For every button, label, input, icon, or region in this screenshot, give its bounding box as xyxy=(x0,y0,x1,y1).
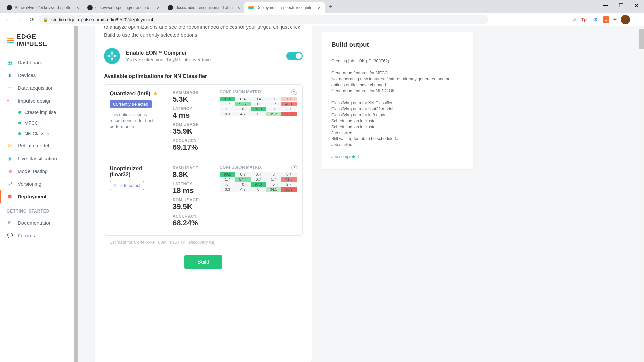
sidebar-item-label: Live classification xyxy=(18,156,57,161)
help-icon[interactable]: ? xyxy=(291,165,297,170)
close-icon[interactable]: × xyxy=(154,5,160,10)
sidebar-section-header: GETTING STARTED xyxy=(0,203,74,216)
tab-strip: ShawnHymel/ei-keyword-spotti × ei-keywor… xyxy=(3,2,335,13)
extension-tp-icon[interactable]: Tp xyxy=(580,16,588,24)
svg-point-0 xyxy=(111,55,113,57)
retrain-icon: ⟳ xyxy=(7,142,13,148)
maximize-button[interactable]: ☐ xyxy=(613,0,629,11)
close-icon[interactable]: × xyxy=(235,5,240,10)
star-icon[interactable]: ☆ xyxy=(572,16,577,23)
browser-tab-bar: ShawnHymel/ei-keyword-spotti × ei-keywor… xyxy=(0,0,644,13)
cm-cell: 0 xyxy=(266,172,281,177)
cm-cell: 41.5 xyxy=(281,177,297,182)
sidebar-item-label: Devices xyxy=(18,72,36,78)
avatar[interactable] xyxy=(621,15,630,24)
click-to-select-badge[interactable]: Click to select xyxy=(110,181,144,190)
sidebar-item-data-acquisition[interactable]: ☷Data acquisition xyxy=(0,81,74,94)
optimization-row-unoptimized[interactable]: Unoptimized (float32) Click to select RA… xyxy=(104,160,302,235)
sidebar-item-versioning[interactable]: ⎇Versioning xyxy=(0,177,74,190)
sidebar-scrollbar[interactable] xyxy=(74,26,78,362)
impulse-icon: 〰 xyxy=(7,98,13,104)
address-bar: ← → ⟳ 🔒 studio.edgeimpulse.com/studio/95… xyxy=(0,13,644,26)
sidebar-item-deployment[interactable]: ⬢Deployment xyxy=(0,190,74,203)
testing-icon: ▣ xyxy=(7,168,13,174)
close-icon[interactable]: × xyxy=(74,5,79,10)
sidebar-item-label: Model testing xyxy=(18,168,48,174)
sidebar-item-live-classification[interactable]: ◉Live classification xyxy=(0,152,74,165)
stat-label: ROM USAGE xyxy=(173,122,209,127)
sidebar-item-impulse-design[interactable]: 〰Impulse design xyxy=(0,94,74,107)
browser-tab-active[interactable]: Deployment - speech-recogniti × xyxy=(244,2,325,13)
stat-label: ACCURACY xyxy=(173,214,209,219)
opt-note: This optimization is recommended for bes… xyxy=(110,112,162,130)
optimization-row-quantized[interactable]: Quantized (int8)★ Currently selected Thi… xyxy=(104,85,302,160)
cm-cell: 91.6 xyxy=(220,97,235,102)
cm-cell: 0 xyxy=(266,182,281,187)
deployment-card: to analyze optimizations and see the rec… xyxy=(95,26,312,362)
sidebar-item-retrain[interactable]: ⟳Retrain model xyxy=(0,139,74,152)
sidebar-item-model-testing[interactable]: ▣Model testing xyxy=(0,165,74,177)
cm-cell: 40.1 xyxy=(281,102,297,107)
opt-name: Unoptimized (float32) xyxy=(110,166,162,178)
close-window-button[interactable]: ✕ xyxy=(629,0,644,11)
confusion-matrix-label: CONFUSION MATRIX xyxy=(220,89,297,94)
confusion-matrix: 91.60.40.407.71.755.70.71.740.10097.302.… xyxy=(220,96,297,117)
eon-toggle[interactable] xyxy=(286,52,303,60)
cm-cell: 0 xyxy=(266,107,281,112)
github-icon xyxy=(87,5,93,10)
intro-text: to analyze optimizations and see the rec… xyxy=(95,26,312,42)
sidebar-item-documentation[interactable]: 🗎Documentation xyxy=(0,216,74,229)
extension-1p-icon[interactable]: ① xyxy=(591,16,599,24)
logo-text: EDGE IMPULSE xyxy=(17,33,67,48)
cm-cell: 90.5 xyxy=(220,172,235,177)
forum-icon: 💬 xyxy=(7,232,13,238)
tab-title: Deployment - speech-recogniti xyxy=(256,5,311,10)
logo-icon xyxy=(7,38,14,43)
doc-icon: 🗎 xyxy=(7,220,13,226)
new-tab-button[interactable]: + xyxy=(326,2,335,11)
accuracy-value: 68.24% xyxy=(173,219,209,227)
sidebar-item-forums[interactable]: 💬Forums xyxy=(0,229,74,242)
sidebar-item-devices[interactable]: ▮Devices xyxy=(0,69,74,81)
eon-title: Enable EON™ Compiler xyxy=(126,50,280,56)
build-button[interactable]: Build xyxy=(184,255,222,269)
tab-title: ShawnHymel/ei-keyword-spotti xyxy=(15,5,70,10)
extension-u-icon[interactable]: U xyxy=(603,16,609,23)
edge-impulse-icon xyxy=(248,5,254,10)
extensions-menu-icon[interactable]: ✦ xyxy=(613,16,617,23)
cm-cell: 7.7 xyxy=(281,97,297,102)
cm-cell: 0.4 xyxy=(251,97,266,102)
sidebar-sub-create-impulse[interactable]: Create impulse xyxy=(0,107,74,118)
confusion-matrix: 90.50.70.408.41.754.40.71.741.50097.302.… xyxy=(220,172,297,192)
cm-cell: 0 xyxy=(251,187,266,192)
browser-tab[interactable]: docs/audio_recognition.md at m × xyxy=(164,2,244,13)
cm-cell: 0.7 xyxy=(251,177,266,182)
page-scrollbar[interactable] xyxy=(639,26,644,362)
reload-button[interactable]: ⟳ xyxy=(27,15,36,24)
minimize-button[interactable]: — xyxy=(598,0,613,11)
svg-point-3 xyxy=(108,55,110,57)
url-input[interactable]: 🔒 studio.edgeimpulse.com/studio/9520/dep… xyxy=(39,15,488,24)
sidebar-sub-mfcc[interactable]: MFCC xyxy=(0,118,74,128)
cm-cell: 0 xyxy=(235,182,251,187)
close-icon[interactable]: × xyxy=(315,5,321,10)
help-icon[interactable]: ? xyxy=(291,89,297,95)
sidebar-sub-nn-classifier[interactable]: NN Classifier xyxy=(0,128,74,139)
cm-cell: 0 xyxy=(220,182,235,187)
cm-cell: 8.4 xyxy=(281,172,297,177)
cm-cell: 97.3 xyxy=(251,182,266,187)
cm-cell: 2.7 xyxy=(281,107,297,112)
dashboard-icon: ▦ xyxy=(7,59,13,65)
logo[interactable]: EDGE IMPULSE xyxy=(0,33,74,56)
back-button[interactable]: ← xyxy=(3,15,12,24)
sidebar-item-dashboard[interactable]: ▦Dashboard xyxy=(0,56,74,69)
cm-cell: 4.7 xyxy=(235,187,251,192)
cm-cell: 0 xyxy=(235,107,251,112)
log-success: Job completed xyxy=(331,154,359,159)
browser-tab[interactable]: ShawnHymel/ei-keyword-spotti × xyxy=(3,2,83,13)
cm-cell: 0 xyxy=(266,97,281,102)
cm-cell: 97.3 xyxy=(251,107,266,112)
browser-menu-icon[interactable]: ⋮ xyxy=(633,16,639,23)
browser-tab[interactable]: ei-keyword-spotting/ei-audio-d × xyxy=(83,2,164,13)
forward-button[interactable]: → xyxy=(15,15,24,24)
